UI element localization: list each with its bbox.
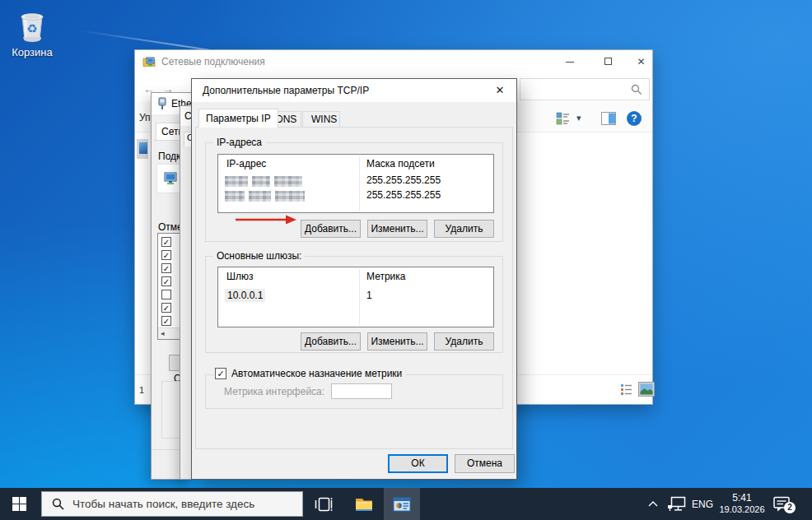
component-checkbox[interactable]: ✓ [161,303,171,313]
task-view-icon [314,494,334,514]
preview-pane-icon[interactable] [601,112,616,125]
gateways-list[interactable]: Шлюз Метрика 10.0.0.1 1 [217,267,494,327]
subnet-mask-value: 255.255.255.255 [366,189,441,201]
automatic-metric-label: Автоматическое назначение метрики [231,368,402,379]
recycle-symbol: ♻ [26,21,37,36]
component-checkbox[interactable]: ✓ [161,250,171,260]
column-divider [359,269,360,325]
automatic-metric-row[interactable]: ✓ Автоматическое назначение метрики [213,368,406,379]
gateway-value[interactable]: 10.0.0.1 [225,289,265,302]
component-checkbox[interactable]: ✓ [161,263,171,273]
gateway-edit-button[interactable]: Изменить... [367,332,427,351]
network-adapter-icon [164,171,179,186]
recycle-bin-shortcut[interactable]: ♻ Корзина [7,7,58,58]
ip-remove-button[interactable]: Удалить [434,220,494,238]
connection-item-icon [139,142,147,154]
search-icon [52,498,64,510]
ipv4-tab-general-fragment[interactable]: Общие [184,132,191,146]
task-view-button[interactable] [307,488,340,520]
dialog-titlebar[interactable]: Дополнительные параметры TCP/IP ✕ [192,79,516,102]
interface-metric-input[interactable] [331,383,392,399]
close-icon: ✕ [637,50,645,73]
window-maximize-button[interactable] [590,50,625,73]
explorer-search-box[interactable] [520,78,650,100]
connection-item-fragment[interactable] [137,139,148,159]
gateway-add-button[interactable]: Добавить... [301,332,361,351]
tab-ip-settings[interactable]: Параметры IP [198,109,278,128]
gateway-remove-button[interactable]: Удалить [434,332,494,351]
column-divider [359,156,360,211]
window-titlebar[interactable]: Сетевые подключения ✕ [135,50,652,73]
subnet-mask-value: 255.255.255.255 [366,174,441,186]
component-checkbox[interactable]: ✓ [161,237,171,247]
file-explorer-icon [354,494,374,514]
ok-button[interactable]: ОК [388,454,448,473]
annotation-arrow-icon [234,214,300,225]
taskbar-search-box[interactable] [41,491,303,517]
chevron-down-icon[interactable]: ▾ [576,113,581,123]
help-icon[interactable]: ? [627,111,642,126]
dialog-close-button[interactable]: ✕ [487,81,513,100]
tray-expand-button[interactable] [647,499,659,510]
taskbar: ENG 5:41 19.03.2026 2 [0,488,812,520]
minimize-icon [566,62,574,63]
gateway-metric-value: 1 [366,290,372,301]
gateways-group: Основные шлюзы: Шлюз Метрика 10.0.0.1 1 … [205,256,503,353]
view-options-icon[interactable] [556,112,570,126]
taskbar-search-input[interactable] [72,498,287,510]
network-status-icon [667,495,687,513]
items-count: 1 [139,385,144,395]
clock[interactable]: 5:41 19.03.2026 [716,492,768,516]
recycle-bin-label: Корзина [7,46,58,58]
ipv4-dialog-titlebar: Свойства [180,106,191,126]
ip-edit-button[interactable]: Изменить... [367,220,427,238]
gateways-group-label: Основные шлюзы: [213,250,305,262]
component-checkbox[interactable]: ✓ [161,316,171,326]
ethernet-plug-icon [157,97,167,110]
window-title: Сетевые подключения [161,56,265,67]
component-checkbox-unchecked[interactable] [161,290,171,299]
maximize-icon [604,58,612,65]
tab-wins[interactable]: WINS [302,111,340,128]
notification-badge: 2 [784,502,796,513]
file-explorer-button[interactable] [348,488,380,520]
start-button[interactable] [0,488,40,520]
automatic-metric-group: ✓ Автоматическое назначение метрики Метр… [205,374,503,409]
interface-metric-label: Метрика интерфейса: [224,386,324,397]
window-close-button[interactable]: ✕ [628,50,654,73]
ip-add-button[interactable]: Добавить... [301,220,361,238]
scroll-left-icon[interactable]: ◂ [161,329,165,337]
mask-column-header: Маска подсети [366,158,435,169]
ip-addresses-list[interactable]: IP-адрес Маска подсети 255.255.255.255 2… [217,154,494,213]
date-value: 19.03.2026 [716,504,768,516]
tray-network-button[interactable] [667,495,687,515]
advanced-tcpip-dialog: Дополнительные параметры TCP/IP ✕ Параме… [191,78,517,480]
network-connections-app-icon [392,494,412,514]
metric-column-header: Метрика [366,271,405,282]
ip-column-header: IP-адрес [226,158,266,169]
windows-logo-icon [12,497,26,511]
thumbnail-view-icon[interactable] [638,382,655,397]
automatic-metric-checkbox[interactable]: ✓ [215,368,226,379]
ipv4-properties-dialog-sliver: Свойства Общие [180,105,191,480]
dialog-title: Дополнительные параметры TCP/IP [203,85,369,96]
gateway-column-header: Шлюз [226,271,254,282]
language-indicator[interactable]: ENG [692,499,713,510]
search-icon [631,84,642,95]
window-minimize-button[interactable] [553,50,587,73]
desktop: ♻ Корзина Сетевые подключения ✕ ← → [0,0,812,520]
redacted-ip-value [225,176,306,187]
time-value: 5:41 [716,492,768,504]
recycle-bin-icon: ♻ [16,7,49,44]
component-checkbox[interactable]: ✓ [161,276,171,286]
chevron-up-icon [647,499,659,508]
ip-addresses-group: IP-адреса IP-адрес Маска подсети 255.255… [205,142,503,242]
details-view-icon[interactable] [620,383,632,396]
network-connections-taskbar-button[interactable] [384,488,420,520]
ipv4-dialog-title-fragment: Свойства [184,110,191,122]
cancel-button[interactable]: Отмена [455,454,515,473]
network-connections-window-icon [142,55,156,68]
ip-addresses-group-label: IP-адреса [213,137,265,148]
redacted-ip-value [225,191,309,202]
